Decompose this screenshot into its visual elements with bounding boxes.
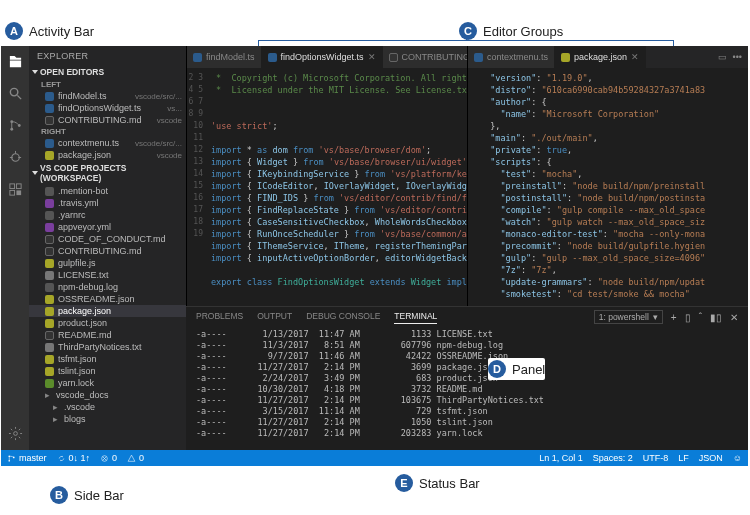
file-name: .yarnrc: [58, 210, 86, 220]
tab-action-button[interactable]: •••: [733, 52, 742, 62]
code-editor-right[interactable]: "version": "1.19.0", "distro": "610ca699…: [468, 68, 748, 306]
callout-badge-d: D: [488, 360, 506, 378]
file-name: .mention-bot: [58, 186, 108, 196]
list-item[interactable]: ThirdPartyNotices.txt: [29, 341, 186, 353]
file-hint: vs...: [167, 104, 184, 113]
list-item[interactable]: yarn.lock: [29, 377, 186, 389]
list-item[interactable]: package.jsonvscode: [29, 149, 186, 161]
file-name: README.md: [58, 330, 112, 340]
list-item[interactable]: CONTRIBUTING.md: [29, 245, 186, 257]
editor-tab[interactable]: package.json✕: [555, 46, 646, 68]
terminal-output[interactable]: -a---- 1/13/2017 11:47 AM 1133 LICENSE.t…: [186, 327, 748, 450]
list-item[interactable]: ▸vscode_docs: [29, 389, 186, 401]
file-icon: [45, 283, 54, 292]
file-icon: [45, 343, 54, 352]
terminal-selector[interactable]: 1: powershell▾: [594, 310, 663, 324]
search-icon[interactable]: [1, 84, 29, 102]
callout-label-b: Side Bar: [74, 488, 124, 503]
git-icon[interactable]: [1, 116, 29, 134]
editor-tab[interactable]: findOptionsWidget.ts✕: [262, 46, 383, 68]
list-item[interactable]: LICENSE.txt: [29, 269, 186, 281]
list-item[interactable]: tslint.json: [29, 365, 186, 377]
panel-action-button[interactable]: ˆ: [699, 312, 702, 323]
panel-tab[interactable]: OUTPUT: [257, 311, 292, 324]
main-area: EXPLORER OPEN EDITORS LEFT findModel.tsv…: [1, 46, 748, 450]
line-gutter: 2 3 4 5 6 7 8 9 10 11 12 13 14 15 16 17 …: [187, 68, 207, 306]
tab-label: CONTRIBUTING.md: [402, 52, 467, 62]
list-item[interactable]: tsfmt.json: [29, 353, 186, 365]
status-bar: master 0↓ 1↑ 0 0 Ln 1, Col 1 Spaces: 2 U…: [1, 450, 748, 466]
sidebar-title: EXPLORER: [29, 46, 186, 65]
open-editors-section[interactable]: OPEN EDITORS: [29, 65, 186, 79]
file-name: CONTRIBUTING.md: [58, 115, 142, 125]
panel-action-button[interactable]: ▯: [685, 312, 691, 323]
tab-label: contextmenu.ts: [487, 52, 548, 62]
svg-rect-9: [9, 183, 14, 188]
tab-actions: ▭•••: [712, 46, 748, 68]
list-item[interactable]: README.md: [29, 329, 186, 341]
status-spaces[interactable]: Spaces: 2: [593, 453, 633, 463]
list-item[interactable]: ▸.vscode: [29, 401, 186, 413]
file-icon: [45, 92, 54, 101]
file-name: yarn.lock: [58, 378, 94, 388]
list-item[interactable]: ▸blogs: [29, 413, 186, 425]
extensions-icon[interactable]: [1, 180, 29, 198]
list-item[interactable]: CODE_OF_CONDUCT.md: [29, 233, 186, 245]
list-item[interactable]: product.json: [29, 317, 186, 329]
status-lang[interactable]: JSON: [699, 453, 723, 463]
list-item[interactable]: CONTRIBUTING.mdvscode: [29, 114, 186, 126]
panel-action-button[interactable]: +: [671, 312, 677, 323]
list-item[interactable]: npm-debug.log: [29, 281, 186, 293]
list-item[interactable]: .mention-bot: [29, 185, 186, 197]
file-icon: [45, 247, 54, 256]
editor-group-left: findModel.tsfindOptionsWidget.ts✕CONTRIB…: [186, 46, 467, 306]
file-name: findOptionsWidget.ts: [58, 103, 141, 113]
tab-action-button[interactable]: ▭: [718, 52, 727, 62]
list-item[interactable]: findOptionsWidget.tsvs...: [29, 102, 186, 114]
file-hint: vscode/src/...: [135, 92, 184, 101]
list-item[interactable]: .yarnrc: [29, 209, 186, 221]
editor-area: findModel.tsfindOptionsWidget.ts✕CONTRIB…: [186, 46, 748, 450]
close-icon[interactable]: ✕: [368, 52, 376, 62]
close-icon[interactable]: ✕: [631, 52, 639, 62]
file-name: LICENSE.txt: [58, 270, 109, 280]
list-item[interactable]: .travis.yml: [29, 197, 186, 209]
panel-tab[interactable]: PROBLEMS: [196, 311, 243, 324]
status-branch[interactable]: master: [7, 453, 47, 463]
list-item[interactable]: findModel.tsvscode/src/...: [29, 90, 186, 102]
editor-tab[interactable]: CONTRIBUTING.md: [383, 46, 467, 68]
file-name: .travis.yml: [58, 198, 99, 208]
tab-bar-right: contextmenu.tspackage.json✕▭•••: [468, 46, 748, 68]
list-item[interactable]: appveyor.yml: [29, 221, 186, 233]
status-sync[interactable]: 0↓ 1↑: [57, 453, 91, 463]
editor-tab[interactable]: contextmenu.ts: [468, 46, 555, 68]
list-item[interactable]: package.json: [29, 305, 186, 317]
status-errors[interactable]: 0: [100, 453, 117, 463]
status-eol[interactable]: LF: [678, 453, 689, 463]
panel-action-button[interactable]: ✕: [730, 312, 738, 323]
editor-tab[interactable]: findModel.ts: [187, 46, 262, 68]
explorer-icon[interactable]: [1, 52, 29, 70]
list-item[interactable]: gulpfile.js: [29, 257, 186, 269]
panel-action-button[interactable]: ▮▯: [710, 312, 722, 323]
status-encoding[interactable]: UTF-8: [643, 453, 669, 463]
file-icon: [45, 319, 54, 328]
workspace-section[interactable]: VS CODE PROJECTS (WORKSPACE): [29, 161, 186, 185]
callout-label-e: Status Bar: [419, 476, 480, 491]
status-lncol[interactable]: Ln 1, Col 1: [539, 453, 583, 463]
file-icon: [45, 116, 54, 125]
list-item[interactable]: contextmenu.tsvscode/src/...: [29, 137, 186, 149]
list-item[interactable]: OSSREADME.json: [29, 293, 186, 305]
code-editor-left[interactable]: 2 3 4 5 6 7 8 9 10 11 12 13 14 15 16 17 …: [187, 68, 467, 306]
status-warnings[interactable]: 0: [127, 453, 144, 463]
callout-badge-e: E: [395, 474, 413, 492]
status-feedback[interactable]: ☺: [733, 453, 742, 463]
gear-icon[interactable]: [1, 424, 29, 442]
file-icon: [45, 331, 54, 340]
panel-tab[interactable]: TERMINAL: [394, 311, 437, 324]
panel-tab[interactable]: DEBUG CONSOLE: [306, 311, 380, 324]
file-icon: [45, 355, 54, 364]
debug-icon[interactable]: [1, 148, 29, 166]
panel-tabs: PROBLEMSOUTPUTDEBUG CONSOLETERMINAL 1: p…: [186, 307, 748, 327]
svg-point-5: [11, 153, 19, 161]
